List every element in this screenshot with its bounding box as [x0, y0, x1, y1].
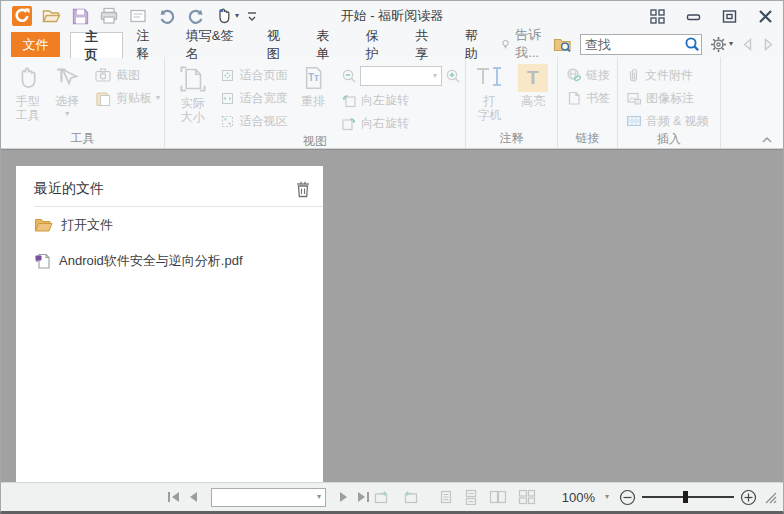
collapse-ribbon-icon[interactable]	[761, 136, 773, 144]
fit-width-icon	[220, 91, 235, 106]
tab-help[interactable]: 帮助	[452, 32, 502, 57]
first-page-icon[interactable]	[166, 490, 181, 504]
zoom-level-input[interactable]	[361, 69, 433, 84]
prev-page-icon[interactable]	[187, 490, 199, 504]
prev-view-icon[interactable]	[373, 489, 391, 505]
ribbon-group-insert: 文件附件 图像标注 音频 & 视频 插入	[618, 57, 721, 148]
folder-icon	[34, 217, 53, 233]
forward-icon[interactable]	[762, 37, 775, 52]
rotate-right-button[interactable]: 向右旋转	[341, 113, 461, 133]
fit-visible-button[interactable]: 适合视区	[220, 111, 287, 131]
zoom-percent[interactable]: 100%	[562, 490, 595, 505]
print-icon[interactable]	[98, 5, 120, 27]
audio-video-button[interactable]: 音频 & 视频	[626, 111, 709, 131]
fit-page-button[interactable]: 适合页面	[220, 65, 287, 85]
page-number-combo[interactable]: ▾	[211, 488, 326, 507]
reflow-button[interactable]: Tт 重排	[293, 63, 333, 108]
zoom-in-icon[interactable]	[445, 68, 461, 84]
layout-facing-icon[interactable]	[489, 489, 507, 505]
typewriter-button[interactable]: 打 字机	[472, 63, 507, 122]
reflow-icon: Tт	[299, 64, 327, 92]
layout-continuous-icon[interactable]	[464, 489, 478, 505]
folder-search-icon[interactable]	[553, 36, 572, 53]
highlight-button[interactable]: T 高亮	[513, 63, 553, 108]
tab-file[interactable]: 文件	[11, 32, 60, 57]
zoom-slider[interactable]	[642, 490, 734, 504]
save-icon[interactable]	[69, 5, 91, 27]
layout-single-icon[interactable]	[439, 489, 453, 505]
zoom-out-icon[interactable]	[341, 68, 357, 84]
rotate-left-button[interactable]: 向左旋转	[341, 90, 461, 110]
actual-size-label: 实际 大小	[181, 96, 205, 124]
file-attachment-button[interactable]: 文件附件	[626, 65, 709, 85]
lightbulb-icon	[501, 36, 510, 52]
close-icon[interactable]	[747, 1, 783, 31]
email-icon[interactable]	[127, 5, 149, 27]
tab-view[interactable]: 视图	[254, 32, 304, 57]
search-icon[interactable]	[683, 35, 701, 53]
snapshot-label: 截图	[116, 67, 140, 84]
fullscreen-icon[interactable]	[639, 1, 675, 31]
ribbon: 手型 工具 选择 ▾ 截图 剪贴板 ▾	[1, 57, 783, 149]
foxit-logo[interactable]	[11, 5, 33, 27]
redo-icon[interactable]	[185, 5, 207, 27]
undo-icon[interactable]	[156, 5, 178, 27]
customize-toolbar-icon[interactable]	[246, 9, 258, 23]
trash-icon[interactable]	[295, 180, 311, 198]
restore-icon[interactable]	[711, 1, 747, 31]
select-caret: ▾	[65, 110, 69, 118]
search-input[interactable]	[581, 37, 683, 52]
open-file-item[interactable]: 打开文件	[16, 207, 323, 243]
tell-me[interactable]: 告诉我...	[501, 26, 545, 62]
recent-file-label: Android软件安全与逆向分析.pdf	[59, 252, 243, 270]
next-page-icon[interactable]	[338, 490, 350, 504]
recent-files-title: 最近的文件	[34, 180, 104, 198]
zoom-out-icon[interactable]	[619, 489, 636, 506]
select-button[interactable]: 选择 ▾	[48, 63, 86, 118]
actual-size-button[interactable]: 实际 大小	[171, 63, 214, 124]
back-icon[interactable]	[741, 37, 754, 52]
ribbon-group-view: 实际 大小 适合页面 适合宽度 适合视区	[165, 57, 466, 148]
tab-fill-sign[interactable]: 填写&签名	[173, 32, 254, 57]
zoom-combo-caret[interactable]: ▾	[433, 72, 441, 80]
zoom-controls: 100% ▾	[562, 489, 777, 506]
open-folder-icon[interactable]	[40, 5, 62, 27]
image-annotation-button[interactable]: 图像标注	[626, 88, 709, 108]
bookmark-button[interactable]: 书签	[566, 88, 610, 108]
settings-menu[interactable]: ▾	[710, 36, 733, 53]
zoom-in-icon[interactable]	[740, 489, 757, 506]
settings-caret: ▾	[729, 40, 733, 48]
zoom-slider-handle[interactable]	[683, 491, 688, 503]
layout-continuous-facing-icon[interactable]	[518, 489, 536, 505]
last-page-icon[interactable]	[356, 490, 371, 504]
snapshot-button[interactable]: 截图	[94, 65, 160, 85]
tab-share[interactable]: 共享	[402, 32, 452, 57]
zoom-level-combo[interactable]: ▾	[360, 66, 442, 86]
fit-visible-icon	[220, 114, 235, 129]
tab-comment[interactable]: 注释	[123, 32, 173, 57]
search-box[interactable]	[580, 34, 702, 55]
clipboard-button[interactable]: 剪贴板 ▾	[94, 88, 160, 108]
rotate-left-icon	[341, 93, 357, 108]
image-annotation-icon	[626, 91, 642, 106]
group-label-links: 链接	[558, 130, 617, 148]
hand-tool-quick[interactable]: ▾	[214, 6, 239, 26]
page-number-input[interactable]	[212, 490, 313, 505]
tab-form[interactable]: 表单	[303, 32, 353, 57]
highlight-icon: T	[518, 64, 548, 92]
hand-tool-caret[interactable]: ▾	[235, 12, 239, 20]
minimize-icon[interactable]	[675, 1, 711, 31]
tab-home[interactable]: 主页	[70, 32, 124, 58]
next-view-icon[interactable]	[401, 489, 419, 505]
recent-file-item[interactable]: Android软件安全与逆向分析.pdf	[16, 243, 323, 279]
link-button[interactable]: 链接	[566, 65, 610, 85]
typewriter-label: 打 字机	[477, 94, 501, 122]
page-combo-caret[interactable]: ▾	[313, 493, 325, 501]
fit-width-button[interactable]: 适合宽度	[220, 88, 287, 108]
hand-tool-button[interactable]: 手型 工具	[7, 63, 48, 122]
page-navigation: ▾	[166, 488, 371, 507]
hand-tool-label: 手型 工具	[16, 94, 40, 122]
resize-grip-icon[interactable]	[763, 490, 777, 504]
zoom-percent-caret[interactable]: ▾	[601, 493, 613, 501]
tab-protect[interactable]: 保护	[353, 32, 403, 57]
